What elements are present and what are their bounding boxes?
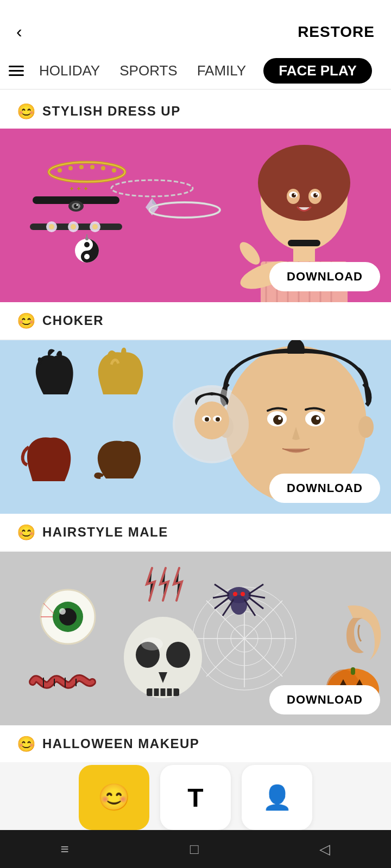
svg-point-17 xyxy=(49,224,54,229)
halloween-image-wrapper: DOWNLOAD xyxy=(0,552,391,725)
svg-point-41 xyxy=(316,194,318,195)
top-bar: ‹ RESTORE xyxy=(0,0,391,53)
halloween-title: HALLOWEEN MAKEUP xyxy=(42,736,199,751)
svg-point-59 xyxy=(278,417,281,420)
svg-point-111 xyxy=(141,637,163,650)
section-smiley-icon: 😊 xyxy=(16,101,36,121)
choker-label-row: 😊 CHOKER xyxy=(0,302,391,339)
nav-items: HOLIDAY SPORTS FAMILY FACE PLAY xyxy=(37,58,382,84)
system-menu-icon[interactable]: ≡ xyxy=(61,841,69,858)
svg-point-70 xyxy=(216,417,220,422)
card-choker: ✦ ✦ ✦ xyxy=(0,129,391,339)
hairstyle-title: HAIRSTYLE MALE xyxy=(42,525,168,540)
nav-item-holiday[interactable]: HOLIDAY xyxy=(37,59,102,82)
back-button[interactable]: ‹ xyxy=(16,22,22,42)
svg-rect-106 xyxy=(147,688,179,696)
halloween-smiley-icon: 😊 xyxy=(16,734,36,754)
nav-item-faceplay[interactable]: FACE PLAY xyxy=(263,58,372,84)
svg-point-58 xyxy=(273,415,283,425)
halloween-download-button[interactable]: DOWNLOAD xyxy=(269,685,380,714)
svg-point-95 xyxy=(241,592,245,596)
svg-point-7 xyxy=(101,166,105,170)
svg-point-4 xyxy=(68,166,73,170)
hairstyle-image-wrapper: DOWNLOAD xyxy=(0,340,391,514)
bottom-nav-profile[interactable]: 👤 xyxy=(242,765,312,830)
svg-point-6 xyxy=(90,165,94,169)
svg-text:✦ ✦ ✦: ✦ ✦ ✦ xyxy=(69,185,89,193)
system-back-icon[interactable]: ◁ xyxy=(319,841,330,858)
svg-point-64 xyxy=(358,416,374,438)
stickers-icon: 😊 xyxy=(98,782,130,813)
svg-point-26 xyxy=(84,242,90,247)
svg-rect-120 xyxy=(351,667,355,675)
bottom-nav-stickers[interactable]: 😊 xyxy=(79,765,149,830)
content-area: 😊 STYLISH DRESS UP xyxy=(0,90,391,774)
svg-point-38 xyxy=(294,194,296,195)
svg-point-27 xyxy=(84,254,90,259)
svg-point-105 xyxy=(166,642,190,668)
svg-point-8 xyxy=(112,168,116,173)
choker-smiley-icon: 😊 xyxy=(16,311,36,330)
svg-rect-43 xyxy=(288,240,320,246)
bottom-nav-text[interactable]: T xyxy=(160,765,231,830)
svg-point-5 xyxy=(79,165,84,169)
svg-point-85 xyxy=(231,595,247,615)
nav-item-sports[interactable]: SPORTS xyxy=(117,59,179,82)
svg-point-28 xyxy=(85,237,89,240)
svg-point-103 xyxy=(124,617,202,698)
svg-point-66 xyxy=(194,401,229,439)
nav-item-family[interactable]: FAMILY xyxy=(195,59,249,82)
hairstyle-smiley-icon: 😊 xyxy=(16,522,36,542)
system-home-icon[interactable]: □ xyxy=(190,841,199,858)
system-nav-bar: ≡ □ ◁ xyxy=(0,830,391,868)
section-stylish-title: STYLISH DRESS UP xyxy=(42,104,181,119)
svg-point-99 xyxy=(59,608,66,615)
choker-download-button[interactable]: DOWNLOAD xyxy=(269,262,380,291)
hairstyle-download-button[interactable]: DOWNLOAD xyxy=(269,474,380,503)
svg-point-94 xyxy=(233,592,237,596)
svg-point-68 xyxy=(205,417,209,422)
svg-point-14 xyxy=(77,205,78,206)
choker-title: CHOKER xyxy=(42,313,104,328)
svg-point-21 xyxy=(92,224,98,229)
restore-button[interactable]: RESTORE xyxy=(298,23,375,41)
hamburger-menu[interactable] xyxy=(9,66,24,76)
section-stylish-dress-up: 😊 STYLISH DRESS UP xyxy=(0,90,391,129)
person-icon: 👤 xyxy=(262,783,292,812)
svg-point-19 xyxy=(71,224,76,229)
card-hairstyle-male: DOWNLOAD 😊 HAIRSTYLE MALE xyxy=(0,340,391,551)
halloween-label-row: 😊 HALLOWEEN MAKEUP xyxy=(0,725,391,762)
nav-bar: HOLIDAY SPORTS FAMILY FACE PLAY xyxy=(0,53,391,90)
bottom-nav: 😊 T 👤 xyxy=(0,765,391,830)
text-icon: T xyxy=(187,783,203,813)
svg-point-62 xyxy=(316,417,319,420)
svg-point-3 xyxy=(58,168,62,173)
hairstyle-label-row: 😊 HAIRSTYLE MALE xyxy=(0,514,391,551)
card-halloween-makeup: DOWNLOAD 😊 HALLOWEEN MAKEUP xyxy=(0,552,391,762)
svg-point-61 xyxy=(311,415,321,425)
choker-image-wrapper: ✦ ✦ ✦ xyxy=(0,129,391,302)
